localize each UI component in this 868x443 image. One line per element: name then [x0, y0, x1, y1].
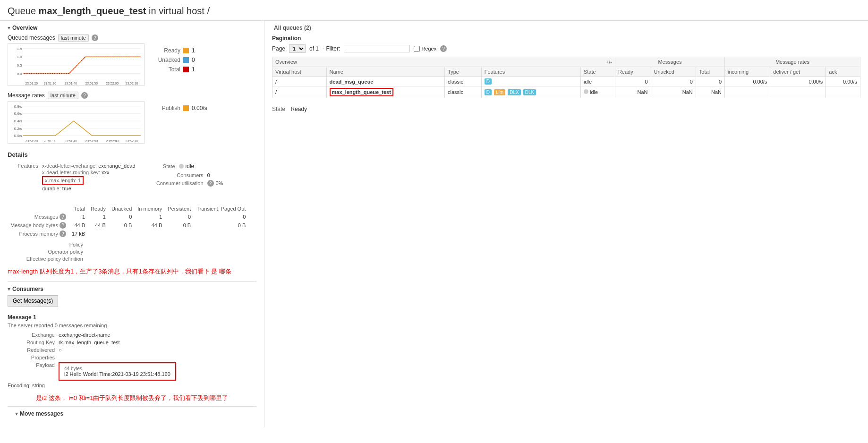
col-type: Type [445, 67, 482, 77]
plus-minus-button[interactable]: +/- [606, 59, 612, 65]
xmaxlength-highlighted: x-max-length: 1 [42, 176, 84, 185]
svg-text:23:52:00: 23:52:00 [106, 139, 119, 143]
page-select[interactable]: 1 [289, 44, 306, 53]
payload-box: 44 bytes i2 Hello World! Time:2021-03-19… [59, 362, 176, 381]
row1-ack: 0.00/s [826, 77, 860, 86]
feature-xdlrk: x-dead-letter-routing-key: xxx [42, 170, 136, 175]
svg-text:23:51:30: 23:51:30 [44, 139, 57, 143]
overview-section-header[interactable]: ▾ Overview [8, 25, 256, 31]
consumer-utilisation-help-icon[interactable]: ? [207, 180, 214, 187]
consumers-label: Consumers [147, 172, 204, 178]
row1-state: idle [580, 77, 615, 86]
messages-help-icon[interactable]: ? [60, 213, 66, 220]
col-ready: Ready [615, 67, 651, 77]
col-unacked: Unacked [109, 205, 135, 213]
queues-table: Overview +/- Messages Message rates Virt… [272, 57, 860, 98]
queued-messages-chart-area: 1.5 1.0 0.5 0.0 23:51:20 23:51:30 23:51:… [8, 43, 256, 86]
row1-incoming: 0.00/s [725, 77, 770, 86]
svg-text:23:51:40: 23:51:40 [65, 139, 77, 143]
col-transient: Transient, Paged Out [194, 205, 248, 213]
svg-text:23:52:10: 23:52:10 [126, 82, 138, 85]
pagination-controls: Page 1 of 1 - Filter: Regex ? [272, 44, 860, 53]
col-state: State [580, 67, 615, 77]
process-memory-help-icon[interactable]: ? [60, 230, 66, 237]
message-rates-help-icon[interactable]: ? [81, 92, 88, 99]
queued-messages-help-icon[interactable]: ? [92, 34, 98, 41]
overview-title: Overview [12, 25, 37, 31]
consumers-section: ▾ Consumers Get Message(s) Message 1 The… [8, 281, 256, 388]
queued-messages-legend: Ready 1 Unacked 0 Total 1 [152, 43, 195, 73]
col-ready: Ready [88, 205, 109, 213]
move-messages-header[interactable]: ▾ Move messages [15, 410, 249, 417]
svg-text:23:51:20: 23:51:20 [25, 139, 38, 143]
legend-unacked: Unacked 0 [152, 57, 195, 63]
total-color-swatch [183, 67, 189, 72]
row1-features: D [481, 77, 580, 86]
exchange-value: exchange-direct-name [59, 332, 110, 338]
row1-name: dead_msg_queue [326, 77, 445, 86]
routing-key-row: Routing Key rk.max_length_queue_test [8, 340, 256, 345]
svg-text:0.4/s: 0.4/s [14, 119, 22, 123]
consumer-utilisation-value: 0% [216, 180, 223, 186]
consumers-section-header[interactable]: ▾ Consumers [8, 286, 256, 292]
row2-idle-dot [584, 89, 588, 94]
tag-lim-badge: Lim [494, 89, 505, 95]
message-rates-chart: 0.8/s 0.6/s 0.4/s 0.2/s 0.0/s 23:51:20 2… [8, 101, 145, 144]
of-label: of 1 [309, 45, 319, 52]
col-name: Name [326, 67, 445, 77]
metrics-row-process-memory: Process memory ? 17 kB [8, 230, 248, 238]
queued-messages-svg: 1.5 1.0 0.5 0.0 23:51:20 23:51:30 23:51:… [8, 44, 144, 85]
row1-type: classic [445, 77, 482, 86]
message-rates-chart-area: 0.8/s 0.6/s 0.4/s 0.2/s 0.0/s 23:51:20 2… [8, 101, 256, 144]
row1-vhost: / [272, 77, 327, 86]
row2-incoming [725, 86, 770, 98]
state-display-right: State Ready [272, 106, 860, 112]
payload-text: i2 Hello World! Time:2021-03-19 23:51:48… [64, 371, 170, 377]
metrics-row-body-bytes: Message body bytes ? 44 B 44 B 0 B 44 B … [8, 221, 248, 230]
legend-publish: Publish 0.00/s [152, 105, 207, 111]
svg-text:0.0/s: 0.0/s [14, 134, 22, 138]
row2-features: D Lim DLX DLK [481, 86, 580, 98]
message-title: Message 1 [8, 314, 256, 321]
get-messages-button[interactable]: Get Message(s) [8, 295, 58, 307]
svg-text:23:51:30: 23:51:30 [44, 82, 57, 85]
col-deliver: deliver / get [770, 67, 826, 77]
regex-help-icon[interactable]: ? [440, 45, 447, 52]
row2-vhost: / [272, 86, 327, 98]
consumers-arrow-icon: ▾ [8, 286, 10, 292]
message-rates-legend: Publish 0.00/s [152, 101, 207, 111]
state-block: State idle Consumers 0 Consumer utilisat… [147, 163, 223, 194]
svg-text:23:52:00: 23:52:00 [106, 82, 119, 85]
svg-text:1.0: 1.0 [17, 55, 23, 59]
message-rates-badge[interactable]: last minute [48, 92, 78, 99]
svg-text:23:51:40: 23:51:40 [65, 82, 77, 85]
svg-text:0.2/s: 0.2/s [14, 127, 22, 131]
regex-checkbox[interactable] [414, 46, 420, 52]
row2-total: NaN [696, 86, 724, 98]
time-period-badge[interactable]: last minute [58, 34, 89, 42]
features-label: Features [8, 163, 38, 169]
move-messages-title: Move messages [20, 410, 63, 417]
queue-name-highlighted: max_length_queue_test [330, 88, 393, 96]
effective-policy-label: Effective policy definition [8, 256, 83, 262]
queued-messages-chart: 1.5 1.0 0.5 0.0 23:51:20 23:51:30 23:51:… [8, 43, 145, 86]
tag-dlx-badge: DLX [508, 89, 520, 95]
table-row[interactable]: / dead_msg_queue classic D idle 0 0 0 0.… [272, 77, 860, 86]
feature-xdle: x-dead-letter-exchange: exchange_dead [42, 163, 136, 169]
message-block: Message 1 The server reported 0 messages… [8, 314, 256, 388]
col-total: Total [69, 205, 88, 213]
col-incoming: incoming [725, 67, 770, 77]
unacked-color-swatch [183, 57, 189, 63]
metrics-row-messages: Messages ? 1 1 0 1 0 0 [8, 213, 248, 221]
redelivered-row: Redelivered ○ [8, 347, 256, 353]
pagination-label: Pagination [272, 35, 860, 42]
consumer-utilisation-label: Consumer utilisation [147, 180, 204, 186]
payload-content: 44 bytes i2 Hello World! Time:2021-03-19… [59, 362, 176, 381]
move-messages-section: ▾ Move messages [8, 406, 256, 424]
table-row[interactable]: / max_length_queue_test classic D Lim DL… [272, 86, 860, 98]
filter-input[interactable] [344, 45, 410, 52]
row1-unacked: 0 [651, 77, 696, 86]
state-idle: idle [179, 163, 195, 170]
message-rates-col-group: Message rates [725, 57, 860, 67]
body-bytes-help-icon[interactable]: ? [60, 222, 66, 229]
